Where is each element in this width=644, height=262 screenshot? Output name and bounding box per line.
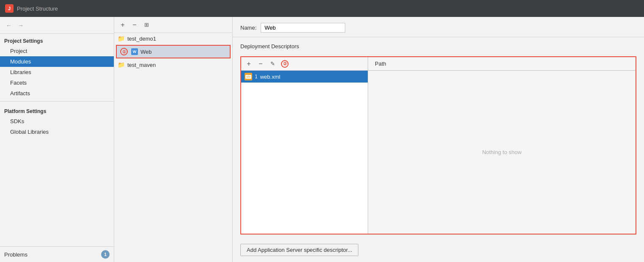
add-descriptor-button[interactable]: Add Application Server specific descript… <box>240 244 358 256</box>
web-annotation-badge: ① <box>120 48 128 55</box>
path-header: Path <box>368 57 636 71</box>
detail-header: Name: <box>233 17 644 37</box>
detail-panel: Name: Deployment Descriptors + − ✎ <box>233 17 644 262</box>
descriptor-toolbar: + − ✎ ② <box>241 57 368 71</box>
nothing-to-show: Nothing to show <box>368 71 636 234</box>
deployment-descriptors-title: Deployment Descriptors <box>240 43 636 50</box>
project-structure-window: J Project Structure ← → Project Settings… <box>0 0 644 262</box>
descriptor-annotation-badge: ② <box>281 60 289 68</box>
sidebar-item-artifacts[interactable]: Artifacts <box>0 88 114 99</box>
module-toolbar: + − ⊞ <box>114 17 232 33</box>
sidebar-divider <box>0 101 114 102</box>
descriptor-add-button[interactable]: + <box>244 59 254 69</box>
platform-settings-label: Platform Settings <box>0 104 114 116</box>
sidebar: ← → Project Settings Project Modules Lib… <box>0 17 114 262</box>
title-bar-text: Project Structure <box>17 6 58 12</box>
descriptor-left: + − ✎ ② </> 1 <box>241 57 368 234</box>
folder-icon-maven: 📁 <box>118 61 125 68</box>
sidebar-item-global-libraries[interactable]: Global Libraries <box>0 127 114 137</box>
sidebar-item-modules[interactable]: Modules <box>0 56 114 67</box>
name-label: Name: <box>240 25 256 31</box>
module-remove-button[interactable]: − <box>129 20 140 30</box>
descriptor-remove-button[interactable]: − <box>256 59 266 69</box>
module-item-web[interactable]: ① W Web <box>116 45 231 58</box>
descriptor-item-label: web.xml <box>260 74 281 80</box>
descriptor-item-number: 1 <box>255 74 258 80</box>
nav-arrows: ← → <box>0 17 114 34</box>
module-panel: + − ⊞ 📁 test_demo1 ① W Web <box>114 17 233 262</box>
sidebar-item-facets[interactable]: Facets <box>0 77 114 88</box>
descriptor-container: + − ✎ ② </> 1 <box>240 56 636 234</box>
sidebar-item-sdks[interactable]: SDKs <box>0 116 114 127</box>
xml-icon: </> <box>245 73 252 80</box>
forward-button[interactable]: → <box>16 21 25 30</box>
title-bar: J Project Structure <box>0 0 644 17</box>
descriptor-right: Path Nothing to show <box>368 57 636 234</box>
sidebar-problems[interactable]: Problems 1 <box>0 246 114 262</box>
main-content: ← → Project Settings Project Modules Lib… <box>0 17 644 262</box>
problems-badge: 1 <box>101 250 110 259</box>
module-item-test-demo1[interactable]: 📁 test_demo1 <box>114 33 232 44</box>
name-input[interactable] <box>261 23 345 33</box>
descriptor-item-web-xml[interactable]: </> 1 web.xml <box>241 71 368 83</box>
module-add-button[interactable]: + <box>118 20 128 30</box>
project-settings-label: Project Settings <box>0 34 114 46</box>
module-item-web-label: Web <box>140 49 152 55</box>
module-copy-button[interactable]: ⊞ <box>141 20 151 30</box>
problems-label: Problems <box>4 251 101 258</box>
folder-icon: 📁 <box>118 35 125 42</box>
sidebar-item-project[interactable]: Project <box>0 46 114 56</box>
detail-body: Deployment Descriptors + − ✎ ② <box>233 37 644 262</box>
descriptor-edit-button[interactable]: ✎ <box>267 59 278 69</box>
descriptor-list: </> 1 web.xml <box>241 71 368 234</box>
sidebar-item-libraries[interactable]: Libraries <box>0 67 114 77</box>
web-module-icon: W <box>131 48 138 55</box>
module-item-test-maven[interactable]: 📁 test_maven <box>114 59 232 70</box>
module-list: 📁 test_demo1 ① W Web 📁 test_maven <box>114 33 232 262</box>
app-icon: J <box>5 4 14 13</box>
module-item-label: test_demo1 <box>127 36 156 42</box>
module-item-maven-label: test_maven <box>127 62 156 68</box>
back-button[interactable]: ← <box>4 21 14 30</box>
